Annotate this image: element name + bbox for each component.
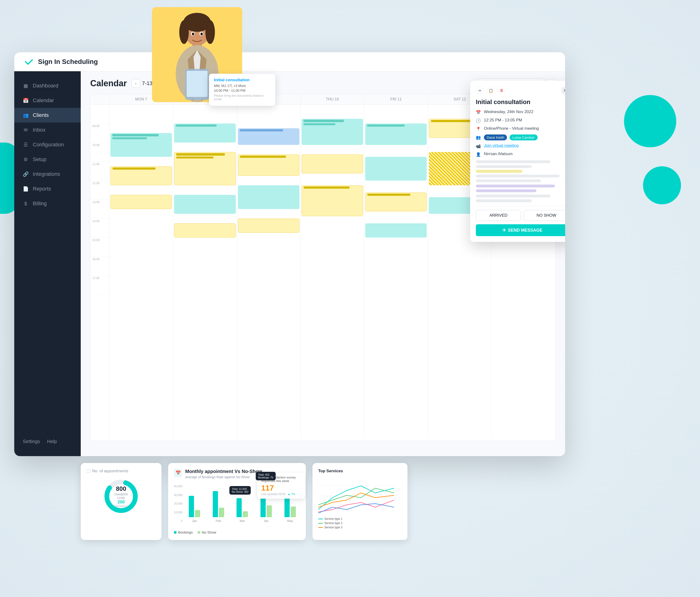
settings-link[interactable]: Settings <box>23 439 40 444</box>
sidebar-item-dashboard[interactable]: ▦ Dashboard <box>14 78 81 93</box>
logo-text: Sign In Scheduling <box>38 58 98 66</box>
donut-center: 800 Used(000 Limit) 200 Remaining <box>111 485 131 507</box>
arrived-button[interactable]: ARRIVED <box>476 210 521 221</box>
chart-legend: Bookings No Show <box>174 530 300 534</box>
sat-footer: Last updated 03/16 ▲ 7% <box>261 493 301 496</box>
legend-dot-noshow <box>198 531 200 534</box>
video-icon: 📹 <box>476 144 481 149</box>
legend-line-2 <box>318 523 323 524</box>
sidebar-item-inbox[interactable]: ✉ Inbox <box>14 123 81 137</box>
col-thu <box>301 104 364 439</box>
event-wed-4[interactable] <box>238 219 299 233</box>
detail-panel: ✏ 📋 🗑 ✕ Initial consultation ⋮ 📅 Wednesd… <box>470 81 565 242</box>
line-legend: Service type 1 Service type 2 Service ty… <box>318 517 402 529</box>
event-mon-3[interactable] <box>110 195 172 209</box>
event-fri-3[interactable] <box>365 192 427 211</box>
bar-chart-icon: 📅 <box>174 469 182 477</box>
event-wed-2[interactable] <box>238 154 299 176</box>
help-link[interactable]: Help <box>47 439 57 444</box>
sidebar-bottom: Settings Help <box>14 434 81 449</box>
calendar-detail-icon: 📅 <box>476 110 481 115</box>
col-tue <box>173 104 237 439</box>
sidebar-item-configuration[interactable]: ☰ Configuration <box>14 137 81 152</box>
sidebar-label-dashboard: Dashboard <box>33 83 58 89</box>
svg-point-15 <box>192 32 194 35</box>
delete-icon[interactable]: 🗑 <box>498 87 506 95</box>
event-mon-1[interactable] <box>110 133 172 157</box>
svg-point-16 <box>200 32 203 35</box>
event-thu-1[interactable] <box>302 119 363 145</box>
event-fri-1[interactable] <box>365 123 427 145</box>
sidebar-item-clients[interactable]: 👥 Clients <box>14 108 81 123</box>
panel-meeting-link-row: 📹 Join virtual meeting <box>476 143 565 149</box>
event-tue-1[interactable] <box>174 123 235 143</box>
bar-feb: Feb <box>208 491 228 523</box>
svg-rect-12 <box>186 71 207 97</box>
event-fri-2[interactable] <box>365 157 427 181</box>
event-thu-2[interactable] <box>302 154 363 173</box>
bar-chart-title: Monthly appointment Vs No-Show <box>185 469 262 474</box>
panel-date: Wednesday, 24th Nov 2022 <box>484 110 533 114</box>
legend-line-1 <box>318 519 323 519</box>
event-tue-2[interactable] <box>174 152 235 185</box>
panel-location-row: 📍 Online/Phone - Virtual meeting <box>476 126 565 132</box>
donut-remaining: 200 <box>111 500 131 505</box>
bar-feb-teal <box>213 491 218 517</box>
event-fri-4[interactable] <box>365 223 427 238</box>
attendee-tag-dave[interactable]: Dave Keith <box>484 135 507 140</box>
legend-line-3 <box>318 527 323 528</box>
sidebar-item-setup[interactable]: ⚙ Setup <box>14 152 81 167</box>
panel-actions: ✏ 📋 🗑 ✕ <box>476 87 565 95</box>
col-fri <box>364 104 428 439</box>
inbox-icon: ✉ <box>23 127 28 133</box>
prev-arrow[interactable]: ‹ <box>131 79 140 88</box>
line-chart-card: Top Services Service type 1 <box>312 463 407 540</box>
event-wed-1[interactable] <box>238 128 299 145</box>
panel-date-row: 📅 Wednesday, 24th Nov 2022 <box>476 110 565 115</box>
donut-card-label: No. of appointments <box>86 469 156 474</box>
edit-icon[interactable]: ✏ <box>476 87 484 95</box>
event-wed-3[interactable] <box>238 185 299 209</box>
event-mon-2[interactable] <box>110 166 172 185</box>
donut-total: 800 <box>111 485 131 493</box>
tooltip-note: Please bring the documents listed in ema… <box>214 94 271 101</box>
more-options-icon[interactable]: ⋮ <box>564 98 565 104</box>
svg-point-2 <box>179 20 189 44</box>
bar-mar-teal <box>236 498 242 517</box>
line-label-3: Service type 3 <box>324 526 343 529</box>
meeting-link[interactable]: Join virtual meeting <box>484 143 519 148</box>
configuration-icon: ☰ <box>23 142 28 147</box>
donut-chart: 800 Used(000 Limit) 200 Remaining <box>102 477 140 515</box>
bar-chart-card: 📅 Monthly appointment Vs No-Show average… <box>168 463 306 540</box>
panel-person-row: 👤 Nirrsan Afatsum <box>476 151 565 157</box>
tooltip-title: Initial consultation <box>214 78 271 82</box>
sidebar-item-billing[interactable]: $ Billing <box>14 196 81 211</box>
no-show-button[interactable]: NO SHOW <box>524 210 565 221</box>
panel-time: 12:25 PM - 13:05 PM <box>484 118 522 123</box>
line-label-2: Service type 2 <box>324 522 343 525</box>
calendar-title: Calendar <box>90 78 127 88</box>
sidebar-label-setup: Setup <box>33 156 47 163</box>
attendee-tag-luisa[interactable]: Luisa Camber <box>509 135 538 140</box>
location-icon: 📍 <box>476 127 481 132</box>
close-icon[interactable]: ✕ <box>561 87 565 95</box>
sidebar-item-integrations[interactable]: 🔗 Integrations <box>14 167 81 182</box>
clock-icon: 🕐 <box>476 118 481 123</box>
bar-may-green <box>291 506 296 517</box>
bar-apr-green <box>267 505 272 517</box>
line-legend-1: Service type 1 <box>318 517 402 521</box>
bar-label-apr: Apr <box>264 519 269 523</box>
event-thu-3[interactable] <box>302 185 363 216</box>
panel-title: Initial consultation <box>476 98 530 106</box>
sidebar-item-calendar[interactable]: 📅 Calendar <box>14 93 81 108</box>
app-window: Sign In Scheduling ▦ Dashboard 📅 Calenda… <box>14 52 565 456</box>
send-message-button[interactable]: ✈ SEND MESSAGE <box>476 224 565 236</box>
setup-icon: ⚙ <box>23 157 28 162</box>
event-tue-4[interactable] <box>174 223 235 238</box>
copy-icon[interactable]: 📋 <box>487 87 495 95</box>
bar-label-jan: Jan <box>192 519 197 523</box>
event-tue-3[interactable] <box>174 195 235 214</box>
attendees-icon: 👥 <box>476 135 481 140</box>
bar-chart-subtitle: average of Bookings Rate against No Show <box>185 475 262 479</box>
sidebar-item-reports[interactable]: 📄 Reports <box>14 182 81 196</box>
